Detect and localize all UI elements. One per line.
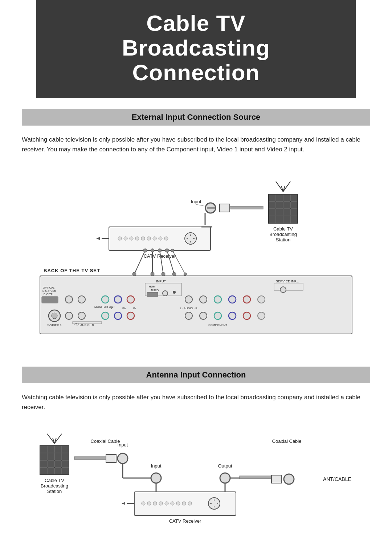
svg-rect-147 [62,468,69,474]
svg-text:Coaxial Cable: Coaxial Cable [272,438,302,444]
svg-point-46 [164,237,168,240]
svg-text:Pr: Pr [133,307,136,310]
svg-point-60 [151,249,154,252]
svg-text:CATV Receiver: CATV Receiver [144,253,176,259]
svg-text:COMPONENT: COMPONENT [208,323,227,327]
svg-text:Station: Station [47,489,62,494]
svg-rect-17 [283,202,290,208]
svg-point-87 [65,296,73,303]
svg-rect-24 [276,216,283,223]
svg-point-111 [258,312,265,319]
svg-point-108 [214,312,221,319]
svg-point-162 [159,502,163,505]
svg-point-96 [243,296,250,303]
svg-point-167 [188,502,192,505]
svg-point-92 [185,296,192,303]
svg-point-176 [151,473,161,483]
svg-point-45 [159,237,162,240]
svg-point-163 [165,502,168,505]
svg-rect-146 [55,468,61,474]
svg-rect-153 [106,454,116,462]
svg-line-68 [172,250,185,274]
svg-point-95 [229,296,236,303]
svg-point-57 [143,249,147,252]
title-banner: Cable TV Broadcasting Connection [36,0,356,98]
svg-point-69 [171,249,174,252]
svg-rect-13 [283,195,290,201]
svg-rect-11 [269,195,275,201]
svg-point-38 [118,237,122,240]
svg-point-91 [127,296,134,303]
svg-rect-144 [40,468,47,474]
svg-point-64 [162,272,165,276]
svg-text:Cable TV: Cable TV [45,478,64,483]
svg-point-165 [176,502,180,505]
svg-text:Cable TV: Cable TV [273,226,293,232]
svg-rect-136 [40,453,47,460]
svg-rect-133 [48,446,54,453]
external-input-diagram: Cable TV Broadcasting Station Input [22,163,370,356]
svg-rect-20 [276,209,283,216]
svg-point-40 [130,237,133,240]
svg-point-103 [102,312,109,319]
svg-point-105 [127,312,134,319]
svg-point-110 [243,312,250,319]
svg-rect-137 [48,453,54,460]
svg-point-67 [172,272,176,276]
svg-point-107 [200,312,207,319]
svg-point-88 [78,296,85,303]
svg-text:Pb: Pb [122,307,126,310]
svg-point-43 [147,237,151,240]
svg-point-42 [141,237,145,240]
svg-point-102 [78,312,85,319]
svg-point-93 [200,296,207,303]
svg-text:Broadcasting: Broadcasting [269,232,297,237]
svg-rect-31 [220,204,230,212]
section1-body: Watching cable television is only possib… [22,135,370,154]
svg-point-70 [184,273,187,275]
svg-point-101 [65,312,73,319]
svg-text:INPUT: INPUT [156,279,166,283]
section2-body: Watching cable television is only possib… [22,392,370,412]
svg-rect-132 [40,446,47,453]
svg-point-184 [284,474,294,484]
svg-rect-26 [291,216,297,223]
svg-point-39 [124,237,127,240]
svg-point-66 [165,249,169,252]
antenna-input-diagram: Cable TV Broadcasting Station Coaxial Ca… [22,421,370,547]
svg-text:DIGITAL: DIGITAL [44,293,54,296]
page-title: Cable TV Broadcasting Connection [58,11,334,85]
svg-text:Input: Input [151,463,162,469]
svg-rect-77 [147,292,158,297]
svg-point-154 [118,453,128,464]
svg-rect-12 [276,195,283,201]
svg-point-100 [52,313,57,319]
svg-text:Input: Input [118,442,128,448]
svg-point-89 [102,296,109,303]
svg-text:S-VIDEO 1: S-VIDEO 1 [47,323,62,327]
svg-rect-30 [227,206,263,209]
svg-point-160 [147,502,151,505]
svg-point-44 [153,237,156,240]
svg-marker-158 [122,502,125,505]
svg-text:Input: Input [191,199,201,204]
svg-text:OPTICAL: OPTICAL [43,286,54,289]
svg-rect-16 [276,202,283,208]
svg-rect-23 [269,216,275,223]
svg-rect-15 [269,202,275,208]
svg-rect-182 [240,476,272,479]
svg-point-164 [171,502,174,505]
svg-rect-135 [62,446,69,453]
svg-point-63 [158,249,162,252]
section1-header: External Input Connection Source [22,109,370,126]
svg-text:Output: Output [218,463,232,469]
svg-text:Y: Y [111,307,113,310]
ext-input-svg: Cable TV Broadcasting Station Input [22,163,370,356]
svg-point-78 [163,291,168,296]
section2-header: Antenna Input Connection [22,367,370,383]
svg-text:AUDIO: AUDIO [151,289,159,291]
svg-point-82 [280,287,286,293]
svg-rect-18 [291,202,297,208]
svg-line-1 [283,181,290,192]
svg-rect-143 [62,461,69,467]
